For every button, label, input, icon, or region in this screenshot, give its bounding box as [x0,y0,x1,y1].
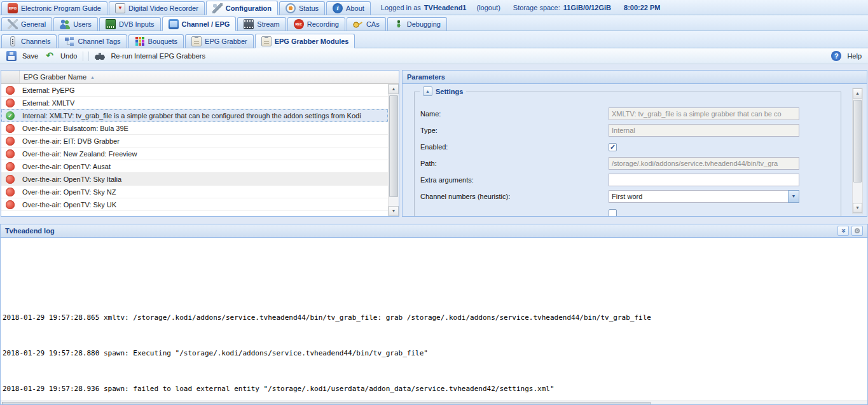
settings-fields: Name: Type: Enabled: Path: Extra argumen… [415,92,841,217]
scroll-up-arrow[interactable]: ▲ [389,84,399,94]
save-icon [6,51,17,61]
main-tab[interactable]: Configuration [206,1,278,15]
log-settings-icon[interactable] [851,226,863,236]
configuration-tab[interactable]: Recording [287,17,345,31]
scrollbar-thumb[interactable] [2,402,651,404]
grabber-row[interactable]: External: PyEPG [1,84,388,97]
grabber-row[interactable]: Over-the-air: EIT: DVB Grabber [1,135,388,148]
channel-epg-tab[interactable]: Channels [1,34,57,48]
configuration-tab[interactable]: Debugging [387,17,447,31]
main-tab[interactable]: Status [279,1,325,15]
grabber-row[interactable]: Over-the-air: Bulsatcom: Bula 39E [1,122,388,135]
grid-icon [135,36,145,46]
type-field [609,124,799,137]
channel-numbers-value[interactable] [609,190,788,203]
main-tab[interactable]: Electronic Program Guide [1,1,107,15]
grabber-row[interactable]: Over-the-air: OpenTV: Sky Italia [1,173,388,186]
grabber-row[interactable]: Over-the-air: OpenTV: Sky NZ [1,186,388,198]
log-horizontal-scrollbar[interactable] [1,401,867,404]
status-icon [6,149,15,158]
status-icon [6,200,15,209]
column-header-epg-grabber-name[interactable]: EPG Grabber Name ▲ [20,71,399,83]
save-button[interactable]: Save [3,50,41,62]
clipboard-icon [191,36,202,46]
log-panel-header: Tvheadend log [1,224,867,238]
dvb-icon [106,19,116,29]
undo-button[interactable]: Undo [41,50,80,62]
rerun-internal-epg-grabbers-button[interactable]: Re-run Internal EPG Grabbers [92,50,209,62]
collapse-fieldset-icon[interactable]: ▲ [423,86,432,96]
main-tab[interactable]: Digital Video Recorder [109,1,205,15]
channel-numbers-field-label: Channel numbers (heuristic): [420,193,609,200]
grabber-row[interactable]: Internal: XMLTV: tv_grab_file is a simpl… [1,109,388,122]
storage-label: Storage space: [513,4,560,11]
scrollbar-thumb[interactable] [389,95,398,197]
toolbar: Save Undo Re-run Internal EPG Grabbers H… [0,48,868,64]
collapse-log-icon[interactable] [837,226,849,236]
users-icon [60,19,70,29]
extra-arguments-field[interactable] [609,174,799,186]
grabber-rows[interactable]: External: PyEPG External: XMLTV Internal… [1,84,388,216]
remote-icon [8,36,18,46]
status-icon [286,3,296,13]
path-field [609,157,799,170]
configuration-tab[interactable]: CAs [347,17,386,31]
extra-arguments-field-row: Extra arguments: [420,174,841,186]
scroll-down-arrow[interactable]: ▼ [389,206,399,216]
scroll-down-arrow[interactable]: ▼ [853,203,862,213]
status-icon [6,188,15,196]
configuration-tab[interactable]: Users [53,17,98,31]
channel-epg-tab[interactable]: Channel Tags [58,34,127,48]
clipped-field-row [420,207,841,217]
grabber-row[interactable]: Over-the-air: OpenTV: Ausat [1,160,388,173]
channel-epg-tab[interactable]: Bouquets [128,34,184,48]
grabber-row[interactable]: Over-the-air: New Zealand: Freeview [1,148,388,160]
name-field [609,107,799,120]
configuration-tab[interactable]: DVB Inputs [99,17,161,31]
storage-value: 11GiB/0/12GiB [563,4,611,11]
help-button[interactable]: Help [828,50,865,62]
settings-legend: ▲ Settings [420,86,466,96]
configuration-tab[interactable]: Channel / EPG [162,17,237,31]
logged-in-prefix: Logged in as [381,4,421,11]
enabled-checkbox[interactable] [609,143,617,151]
username: TVHeadend1 [424,4,467,11]
clipped-checkbox[interactable] [609,209,617,217]
combo-dropdown-icon[interactable]: ▼ [788,190,799,203]
channel-numbers-combo[interactable]: ▼ [609,190,799,203]
type-field-row: Type: [420,124,841,137]
logout-link[interactable]: (logout) [477,4,500,11]
log-line: 2018-01-29 19:57:28.880 spawn: Executing… [3,349,867,358]
epg-grabber-list-panel: EPG Grabber Name ▲ External: PyEPG Exter… [1,70,399,217]
scrollbar-thumb[interactable] [853,100,862,182]
key-icon [353,19,363,29]
main-tab[interactable]: About [326,1,371,15]
name-field-label: Name: [420,110,609,118]
bug-icon [394,19,404,29]
log-line: 2018-01-29 19:57:28.936 spawn: failed to… [3,385,867,394]
channel-epg-tab[interactable]: EPG Grabber [185,34,254,48]
scroll-up-arrow[interactable]: ▲ [853,88,862,99]
status-icon [6,137,15,146]
clipboard-icon [261,36,272,46]
undo-icon [45,51,55,61]
extra-arguments-field-label: Extra arguments: [420,176,609,184]
status-icon [6,111,15,120]
grabber-row[interactable]: Over-the-air: OpenTV: Sky UK [1,198,388,211]
toolbar-separator [88,51,89,61]
main-tab-bar: Electronic Program Guide Digital Video R… [0,0,868,15]
parameters-scrollbar[interactable]: ▲ ▼ [852,88,863,214]
configuration-tab-bar: General Users DVB Inputs Channel / EPG [0,15,868,31]
grid-header: EPG Grabber Name ▲ [1,71,399,84]
grabber-row[interactable]: External: XMLTV [1,97,388,109]
status-icon [6,124,15,133]
log-body[interactable]: 2018-01-29 19:57:28.861 xmltv: /storage/… [1,238,867,404]
configuration-tab[interactable]: Stream [237,17,286,31]
clock: 8:00:22 PM [624,4,660,11]
channel-epg-tab[interactable]: EPG Grabber Modules [255,34,355,48]
grid-scrollbar[interactable]: ▲ ▼ [388,84,399,216]
channel-epg-tabs: Channels Channel Tags Bouquets EPG Grabb… [1,31,356,48]
configuration-tab[interactable]: General [1,17,52,31]
type-field-label: Type: [420,127,609,134]
tree-icon [64,36,74,46]
